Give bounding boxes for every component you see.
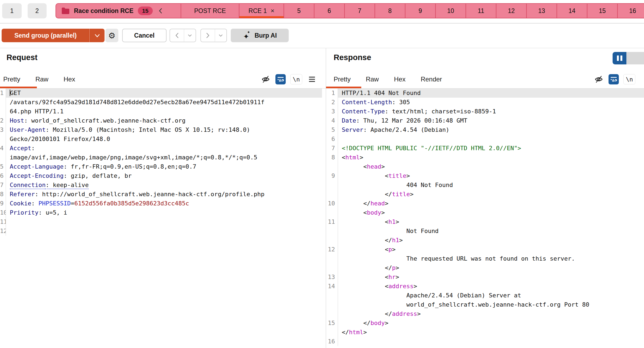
group-tab[interactable]: 14 [557,4,587,18]
group-tab[interactable]: 9 [405,4,435,18]
forward-button[interactable] [200,29,227,42]
code-row[interactable]: 4Date: Thu, 12 Mar 2026 00:16:48 GMT [326,116,644,125]
code-row[interactable]: Apache/2.4.54 (Debian) Server at [326,291,644,300]
code-row[interactable]: 9 <title> [326,171,644,180]
cancel-button[interactable]: Cancel [122,29,167,42]
code-row[interactable]: 14 <address> [326,282,644,291]
close-icon[interactable]: × [271,8,274,14]
tab-2[interactable]: 2 [28,3,47,18]
code-row[interactable]: 6 [326,134,644,144]
view-tab-pretty[interactable]: Pretty [334,75,351,83]
code-row[interactable]: </p> [326,263,644,273]
code-row[interactable]: 4Accept: [0,144,326,153]
code-row[interactable]: 7Connection: keep-alive [0,180,326,190]
code-row[interactable]: 5Accept-Language: fr,fr-FR;q=0.9,en-US;q… [0,162,326,171]
group-tab[interactable]: 11 [466,4,496,18]
code-row[interactable]: </html> [326,328,644,337]
code-row[interactable]: 8<html> [326,153,644,162]
code-row[interactable]: 6Accept-Encoding: gzip, deflate, br [0,171,326,180]
chevron-left-icon[interactable] [159,8,162,14]
group-tab[interactable]: RCE 1× [239,4,284,18]
code-segment: > [381,163,385,170]
group-tab[interactable]: 12 [496,4,526,18]
send-group-button[interactable]: Send group (parallel) [2,29,105,42]
hide-nonprinting-icon[interactable] [594,74,604,84]
code-row[interactable]: 1GET [0,88,326,98]
tab-1[interactable]: 1 [2,3,22,18]
code-row[interactable]: </address> [326,309,644,319]
code-row[interactable]: world_of_shellcraft.web.jeanne-hack-ctf.… [326,300,644,309]
chevron-left-icon[interactable] [170,29,184,42]
view-tab-hex[interactable]: Hex [394,75,406,83]
code-row[interactable]: 15 </body> [326,319,644,328]
layout-pause-icon[interactable] [613,52,626,64]
word-wrap-icon[interactable] [275,74,286,84]
code-row[interactable]: The requested URL was not found on this … [326,254,644,263]
view-tab-render[interactable]: Render [421,75,442,83]
code-row[interactable]: </title> [326,190,644,199]
newline-icon[interactable]: \n [623,74,635,84]
code-row[interactable]: 10Priority: u=5, i [0,208,326,217]
code-row[interactable]: 404 Not Found [326,180,644,190]
response-editor-icons: \n [594,73,635,86]
group-tab[interactable]: 5 [284,4,314,18]
back-history-chevron-icon[interactable] [184,29,196,42]
code-row[interactable]: 5Server: Apache/2.4.54 (Debian) [326,125,644,134]
code-row[interactable]: 12 [0,226,326,236]
group-tab[interactable]: POST RCE [181,4,239,18]
code-row[interactable]: 7<!DOCTYPE HTML PUBLIC "-//IETF//DTD HTM… [326,144,644,153]
forward-history-chevron-icon[interactable] [215,29,226,42]
code-row[interactable]: 2Host: world_of_shellcraft.web.jeanne-ha… [0,116,326,125]
code-row[interactable]: /avatars/92fc4a95a29d181d748d812e6dde0d2… [0,98,326,107]
view-tab-raw[interactable]: Raw [35,75,48,83]
group-tab[interactable]: 8 [375,4,405,18]
code-row[interactable]: 9Cookie: PHPSESSID=6152d556fa0b385d5e298… [0,199,326,208]
settings-button[interactable]: ⚙ [105,29,118,42]
code-row[interactable]: image/avif,image/webp,image/png,image/sv… [0,153,326,162]
group-tab[interactable]: 15 [587,4,617,18]
code-row[interactable]: 1HTTP/1.1 404 Not Found [326,88,644,98]
code-row[interactable]: 12 <p> [326,245,644,254]
layout-rows-icon[interactable] [626,52,640,64]
group-tab[interactable]: 6 [314,4,344,18]
view-tab-raw[interactable]: Raw [366,75,379,83]
menu-icon[interactable] [307,74,317,84]
code-row[interactable]: 8Referer: http://world_of_shellcraft.web… [0,190,326,199]
code-row[interactable]: Gecko/20100101 Firefox/148.0 [0,134,326,144]
group-tab[interactable]: 10 [435,4,466,18]
burp-ai-button[interactable]: ✦✦ Burp AI [231,29,289,42]
code-row[interactable]: 11 [0,217,326,226]
back-button[interactable] [170,29,196,42]
code-segment: body [367,209,381,216]
code-segment: : Thu, 12 Mar 2026 00:16:48 GMT [356,117,467,124]
code-row[interactable]: Not Found [326,226,644,236]
code-row[interactable]: <head> [326,162,644,171]
tab-group-header[interactable]: Race condition RCE 15 [56,4,181,18]
code-row[interactable]: 2Content-Length: 305 [326,98,644,107]
code-row[interactable]: <body> [326,208,644,217]
layout-columns-icon[interactable] [640,52,644,64]
code-row[interactable]: 13 <hr> [326,273,644,282]
view-tab-pretty[interactable]: Pretty [3,75,20,83]
tab-label: 6 [328,7,331,15]
code-row[interactable]: 3User-Agent: Mozilla/5.0 (Macintosh; Int… [0,125,326,134]
code-row[interactable]: 16 [326,337,644,346]
newline-icon[interactable]: \n [290,74,302,84]
code-row[interactable]: 3Content-Type: text/html; charset=iso-88… [326,107,644,116]
response-editor[interactable]: 1HTTP/1.1 404 Not Found2Content-Length: … [326,88,644,348]
code-row[interactable]: 11 <h1> [326,217,644,226]
request-editor[interactable]: 1GET/avatars/92fc4a95a29d181d748d812e6dd… [0,88,326,348]
chevron-right-icon[interactable] [201,29,215,42]
word-wrap-icon[interactable] [609,74,619,84]
code-line: Date: Thu, 12 Mar 2026 00:16:48 GMT [338,116,644,125]
panel-divider[interactable] [326,48,326,348]
view-tab-hex[interactable]: Hex [64,75,75,83]
code-row[interactable]: 64.php HTTP/1.1 [0,107,326,116]
group-tab[interactable]: 16 [617,4,644,18]
send-dropdown-chevron-icon[interactable] [90,34,105,37]
code-row[interactable]: </h1> [326,236,644,245]
group-tab[interactable]: 13 [526,4,557,18]
code-row[interactable]: 10 </head> [326,199,644,208]
hide-nonprinting-icon[interactable] [261,74,271,84]
group-tab[interactable]: 7 [344,4,375,18]
